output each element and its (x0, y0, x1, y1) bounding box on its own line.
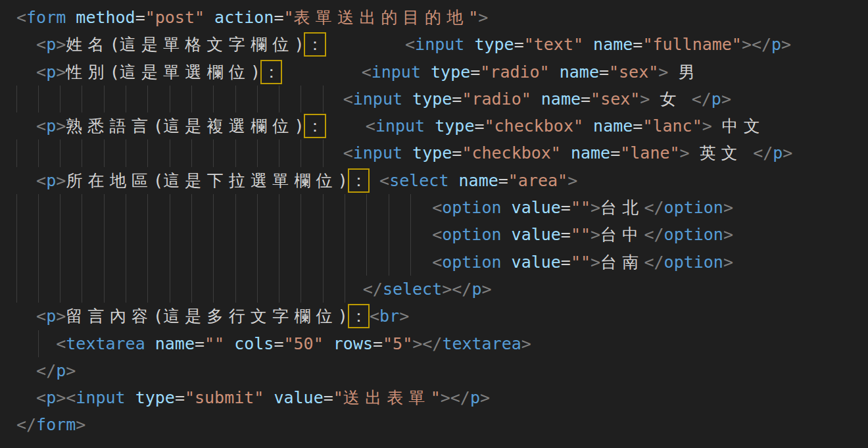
code-token-punct: > (480, 388, 490, 407)
code-token-tag: p (46, 62, 56, 82)
code-token-tag: p (46, 35, 56, 54)
code-token-punct: < (16, 8, 26, 27)
unicode-highlight-box: ： (304, 32, 326, 57)
code-token-str: " (431, 388, 441, 407)
code-token-punct: < (36, 171, 46, 190)
code-token-str: " (283, 8, 293, 27)
indent-guide (60, 139, 60, 166)
code-line: <option value="">台中</option> (16, 221, 868, 248)
indent-guide (323, 194, 324, 221)
indent-guide (301, 221, 301, 248)
code-token-text: ( (153, 171, 163, 190)
code-line: <form method="post" action="表單送出的目的地"> (16, 4, 868, 31)
code-token-text: = (633, 116, 642, 136)
indent-guide (191, 194, 192, 221)
indent-guide (147, 221, 148, 248)
indent-guide (301, 276, 301, 303)
indent-guide (301, 249, 301, 276)
code-token-attr: name (593, 35, 633, 54)
code-token-text: ( (153, 307, 163, 326)
code-token-attr: type (435, 116, 474, 136)
code-token-punct: </ (36, 361, 56, 380)
indent-guide (104, 139, 105, 166)
code-token-punct: > (591, 225, 600, 244)
code-editor[interactable]: <form method="post" action="表單送出的目的地"> <… (0, 0, 868, 439)
code-token-text: = (195, 334, 205, 353)
code-token-text (16, 280, 363, 299)
code-token-punct: > (56, 307, 66, 326)
code-token-text: = (452, 143, 462, 162)
code-token-tag: input (353, 143, 402, 162)
code-token-cjk: 這是單選欄位 (120, 62, 251, 82)
code-token-text: = (470, 62, 480, 82)
code-token-punct: > (591, 198, 600, 217)
code-token-text (464, 35, 474, 54)
code-token-punct: < (366, 116, 375, 136)
code-token-tag: input (353, 89, 402, 109)
code-token-text (205, 8, 214, 27)
indent-guide (323, 221, 324, 248)
indent-guide (366, 194, 367, 221)
code-token-text (448, 171, 458, 190)
code-token-punct: < (362, 62, 372, 82)
code-token-cjk: 所在地區 (66, 171, 153, 190)
indent-guide (213, 86, 214, 112)
indent-guide (104, 221, 105, 248)
indent-guide (191, 221, 192, 248)
code-token-text (145, 334, 155, 353)
indent-guide (279, 249, 279, 276)
code-token-cjk: 英文 (700, 143, 743, 162)
indent-guide (82, 139, 82, 166)
code-token-attr: action (214, 8, 274, 27)
code-token-punct: < (379, 171, 389, 190)
code-token-punct: > (66, 361, 76, 380)
code-token-text (690, 143, 700, 162)
indent-guide (213, 139, 214, 166)
indent-guide (170, 221, 170, 248)
code-token-text (712, 116, 722, 136)
code-token-text: = (452, 89, 462, 109)
code-token-text: = (599, 62, 609, 82)
code-token-punct: > (781, 35, 791, 54)
indent-guide (191, 86, 192, 112)
code-token-str: "" (571, 225, 591, 244)
code-token-punct: </ (644, 198, 664, 217)
code-token-tag: textarea (442, 334, 521, 353)
indent-guide (60, 221, 60, 248)
indent-guide (301, 86, 301, 112)
code-token-text (126, 388, 135, 407)
code-token-attr: name (560, 62, 599, 82)
code-token-cjkstr: 表單送出的目的地 (294, 8, 469, 27)
indent-guide (257, 276, 258, 303)
code-token-text (682, 89, 692, 109)
code-token-text: = (561, 253, 571, 272)
indent-guide (170, 86, 170, 112)
code-token-punct: > (658, 62, 668, 82)
indent-guide (323, 139, 324, 166)
code-token-cjk: 這是複選欄位 (163, 116, 294, 136)
code-token-punct: < (36, 388, 46, 407)
indent-guide (235, 276, 236, 303)
indent-guide (16, 86, 17, 112)
code-token-cjk: 熟悉語言 (66, 116, 153, 136)
code-token-text (583, 116, 593, 136)
code-token-punct: ></ (442, 280, 471, 299)
code-token-str: "" (571, 253, 591, 272)
indent-guide (323, 249, 324, 276)
code-token-text: ) (338, 307, 348, 326)
code-token-cjk: 中文 (722, 116, 765, 136)
unicode-highlight-box: ： (260, 60, 282, 84)
indent-guide (235, 194, 236, 221)
code-token-attr: value (512, 225, 561, 244)
indent-guide (235, 139, 236, 166)
code-token-punct: > (783, 143, 792, 162)
code-token-text (264, 388, 274, 407)
indent-guide (191, 276, 192, 303)
indent-guide (82, 276, 82, 303)
indent-guide (147, 194, 148, 221)
code-token-text: = (324, 388, 333, 407)
indent-guide (126, 249, 126, 276)
indent-guide (213, 276, 214, 303)
code-token-str: "lanc" (642, 116, 702, 136)
indent-guide (191, 249, 192, 276)
